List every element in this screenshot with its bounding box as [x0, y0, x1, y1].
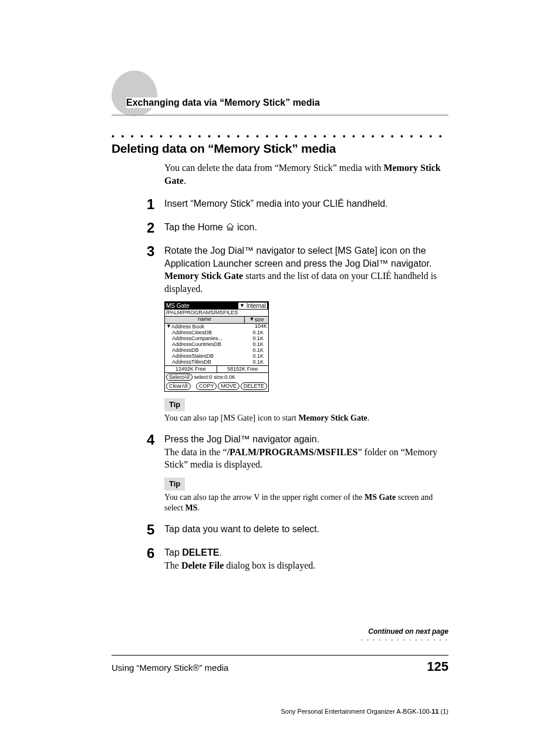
tip2-bold1: MS Gate	[365, 493, 396, 502]
s6-lead-a: Tap	[164, 547, 182, 557]
s6-follow-a: The	[164, 560, 181, 570]
step-lead: Press the Jog Dial™ navigator again.	[164, 433, 448, 446]
ss-titlebar: MS Gate ▼ Internal	[165, 302, 268, 310]
dotted-divider: • • • • • • • • • • • • • • • • • • • • …	[112, 132, 448, 140]
step-number: 3	[147, 244, 164, 258]
step-body: Tap data you want to delete to select.	[164, 523, 448, 536]
subfooter-a: Sony Personal Entertainment Organizer A-…	[281, 708, 431, 715]
step-body: Tap the Home icon.	[164, 221, 448, 235]
doc-id-footer: Sony Personal Entertainment Organizer A-…	[281, 708, 448, 715]
step-1: 1 Insert “Memory Stick” media into your …	[147, 197, 448, 211]
manual-page: Exchanging data via “Memory Stick” media…	[0, 0, 560, 746]
footer-chapter: Using “Memory Stick®” media	[112, 663, 228, 673]
step-6: 6 Tap DELETE. The Delete File dialog box…	[147, 546, 448, 572]
step-follow: The data in the “/PALM/PROGRAMS/MSFILES”…	[164, 446, 448, 471]
ss-clearall-button: ClearAll	[166, 382, 191, 390]
tip1-b: .	[367, 414, 370, 422]
step-lead: Tap data you want to delete to select.	[164, 524, 319, 534]
ss-category-size: 104K	[255, 324, 267, 330]
step-number: 1	[147, 197, 164, 211]
ss-selection-info: SelectAll select:0 size:0.0K	[165, 373, 268, 382]
step-follow: Memory Stick Gate starts and the list of…	[164, 270, 448, 295]
s4-follow-bold: /PALM/PROGRAMS/MSFILES	[227, 447, 358, 457]
ss-col-name: name	[165, 317, 245, 323]
tip-text: You can also tap [MS Gate] icon to start…	[164, 413, 448, 424]
step-number: 6	[147, 546, 164, 560]
tip2-bold2: MS	[185, 503, 197, 512]
step-lead-b: icon.	[237, 222, 257, 232]
intro-paragraph: You can delete the data from “Memory Sti…	[164, 162, 448, 187]
ss-row: AddressTitlesDB0.1K	[165, 359, 268, 365]
step-2: 2 Tap the Home icon.	[147, 221, 448, 235]
continued-marker: Continued on next page • • • • • • • • •…	[361, 627, 448, 643]
ss-category: Address Book	[171, 324, 204, 330]
s6-lead-bold: DELETE	[182, 547, 219, 557]
ss-col-size: ▼size	[245, 317, 268, 323]
tip-badge: Tip	[164, 478, 185, 490]
step-lead: Tap DELETE.	[164, 546, 448, 559]
intro-text-b: .	[184, 176, 186, 186]
step-number: 4	[147, 433, 164, 447]
continued-label: Continued on next page	[361, 627, 448, 636]
tip-text: You can also tap the arrow V in the uppe…	[164, 492, 448, 513]
subfooter-bold: 11	[431, 708, 438, 715]
page-header: Exchanging data via “Memory Stick” media	[112, 76, 448, 120]
header-rule	[112, 115, 448, 116]
subfooter-b: (1)	[439, 708, 449, 715]
step-lead: Insert “Memory Stick” media into your CL…	[164, 199, 388, 209]
ss-column-headers: name ▼size	[165, 317, 268, 324]
ss-free-ms: 58152K Free	[217, 366, 269, 373]
ss-selectall-button: SelectAll	[166, 374, 193, 381]
tip2-c: .	[197, 503, 200, 512]
step-lead-a: Tap the Home	[164, 222, 225, 232]
s4-follow-a: The data in the “	[164, 447, 227, 457]
step-body: Rotate the Jog Dial™ navigator to select…	[164, 244, 448, 424]
s6-follow-b: dialog box is displayed.	[224, 560, 315, 570]
step-lead: Rotate the Jog Dial™ navigator to select…	[164, 244, 448, 270]
step-4: 4 Press the Jog Dial™ navigator again. T…	[147, 433, 448, 513]
ss-mode: ▼ Internal	[238, 303, 267, 309]
s6-lead-b: .	[219, 547, 221, 557]
tip-badge: Tip	[164, 398, 185, 411]
breadcrumb: Exchanging data via “Memory Stick” media	[126, 98, 326, 108]
ss-button-row: ClearAll COPY MOVE DELETE	[165, 382, 268, 391]
s6-follow-bold: Delete File	[181, 560, 224, 570]
msgate-screenshot: MS Gate ▼ Internal /PALM/PROGRAMS/MSFILE…	[164, 301, 269, 392]
step-follow: The Delete File dialog box is displayed.	[164, 559, 448, 572]
step-body: Tap DELETE. The Delete File dialog box i…	[164, 546, 448, 572]
step-body: Insert “Memory Stick” media into your CL…	[164, 197, 448, 210]
ss-move-button: MOVE	[218, 382, 239, 390]
ss-free-internal: 12492K Free	[165, 366, 217, 373]
step-follow-bold: Memory Stick Gate	[164, 271, 243, 281]
tip1-bold: Memory Stick Gate	[298, 414, 367, 422]
page-footer: Using “Memory Stick®” media 125	[112, 655, 448, 674]
step-body: Press the Jog Dial™ navigator again. The…	[164, 433, 448, 513]
ss-sel-text: select:0 size:0.0K	[194, 374, 236, 380]
section-title: Deleting data on “Memory Stick” media	[112, 142, 448, 156]
tip2-a: You can also tap the arrow V in the uppe…	[164, 493, 365, 502]
continued-dots: • • • • • • • • • • • • • • •	[361, 637, 448, 643]
step-number: 5	[147, 523, 164, 537]
ss-free-bar: 12492K Free 58152K Free	[165, 365, 268, 374]
step-3: 3 Rotate the Jog Dial™ navigator to sele…	[147, 244, 448, 424]
home-icon	[225, 222, 235, 235]
step-5: 5 Tap data you want to delete to select.	[147, 523, 448, 537]
intro-text-a: You can delete the data from “Memory Sti…	[164, 163, 383, 173]
page-number: 125	[427, 659, 448, 674]
ss-copy-button: COPY	[196, 382, 217, 390]
tip1-a: You can also tap [MS Gate] icon to start	[164, 414, 298, 422]
step-list: 1 Insert “Memory Stick” media into your …	[147, 197, 448, 572]
ss-delete-button: DELETE	[241, 382, 267, 390]
ss-app-title: MS Gate	[166, 303, 189, 309]
step-number: 2	[147, 221, 164, 235]
decorative-blob	[112, 70, 157, 116]
